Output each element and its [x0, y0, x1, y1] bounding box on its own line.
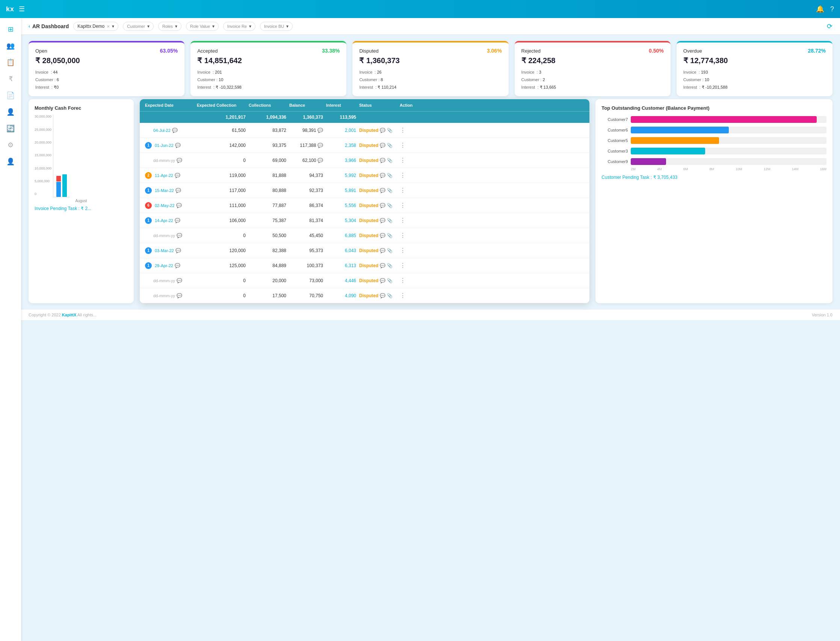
status-chat-icon[interactable]: 💬	[380, 158, 385, 163]
pin-icon[interactable]: 📎	[387, 203, 393, 208]
notification-icon[interactable]: 🔔	[816, 5, 824, 13]
chat-icon[interactable]: 💬	[172, 128, 178, 133]
status-chat-icon[interactable]: 💬	[380, 248, 385, 253]
status-chat-icon[interactable]: 💬	[380, 173, 385, 178]
action-menu-button[interactable]: ⋮	[400, 292, 406, 299]
action-menu-button[interactable]: ⋮	[400, 202, 406, 209]
balance-chat-icon[interactable]: 💬	[317, 143, 323, 148]
sidebar-item-settings[interactable]: ⚙	[4, 138, 17, 152]
pin-icon[interactable]: 📎	[387, 233, 393, 238]
pin-icon[interactable]: 📎	[387, 143, 393, 148]
filter-company-x[interactable]: ✕	[107, 24, 110, 29]
chat-icon[interactable]: 💬	[175, 188, 181, 193]
table-row[interactable]: dd-mmm-yy 💬 0 20,000 73,000 4,446 Disput…	[140, 273, 589, 288]
kpi-card-open[interactable]: Open 63.05% ₹ 28,050,000 Invoice : 44 Cu…	[29, 41, 185, 96]
table-row[interactable]: 1 01-Jun-22 💬 142,000 93,375 117,388 💬 2…	[140, 138, 589, 153]
kpi-card-overdue[interactable]: Overdue 28.72% ₹ 12,774,380 Invoice : 19…	[677, 41, 832, 96]
pin-icon[interactable]: 📎	[387, 158, 393, 163]
balance-chat-icon[interactable]: 💬	[317, 158, 323, 163]
status-chat-icon[interactable]: 💬	[380, 143, 385, 148]
table-row[interactable]: dd-mmm-yy 💬 0 17,500 70,750 4,090 Disput…	[140, 288, 589, 303]
chat-icon[interactable]: 💬	[177, 233, 182, 238]
chat-icon[interactable]: 💬	[175, 218, 180, 223]
pin-icon[interactable]: 📎	[387, 188, 393, 193]
status-chat-icon[interactable]: 💬	[380, 128, 385, 133]
table-row[interactable]: 2 11-Apr-22 💬 119,000 81,888 94,373 5,99…	[140, 168, 589, 183]
sidebar-item-users[interactable]: 👥	[4, 39, 17, 53]
pin-icon[interactable]: 📎	[387, 263, 393, 268]
action-menu-button[interactable]: ⋮	[400, 262, 406, 269]
sidebar-item-documents[interactable]: 📄	[4, 89, 17, 102]
help-icon[interactable]: ?	[830, 5, 834, 13]
app-logo: kx	[6, 5, 14, 13]
hamburger-menu[interactable]: ☰	[19, 5, 25, 13]
kpi-card-disputed[interactable]: Disputed 3.06% ₹ 1,360,373 Invoice : 26 …	[352, 41, 508, 96]
action-menu-button[interactable]: ⋮	[400, 142, 406, 149]
chat-icon[interactable]: 💬	[177, 293, 182, 298]
chat-icon[interactable]: 💬	[177, 278, 182, 283]
table-row[interactable]: dd-mmm-yy 💬 0 69,000 62,100 💬 3,966 Disp…	[140, 153, 589, 168]
cell-balance: 45,450	[289, 233, 323, 238]
kpi-card-rejected[interactable]: Rejected 0.50% ₹ 224,258 Invoice : 3 Cus…	[515, 41, 671, 96]
filter-roles-arrow[interactable]: ▾	[175, 24, 177, 29]
filter-company-arrow[interactable]: ▾	[112, 24, 114, 29]
pin-icon[interactable]: 📎	[387, 248, 393, 253]
pin-icon[interactable]: 📎	[387, 293, 393, 298]
table-row[interactable]: 6 02-May-22 💬 111,000 77,887 86,374 5,55…	[140, 198, 589, 213]
chat-icon[interactable]: 💬	[177, 158, 182, 163]
sidebar-item-profile[interactable]: 👤	[4, 155, 17, 168]
customer-pending-task[interactable]: Customer Pending Task : ₹ 3,705,433	[602, 175, 827, 180]
action-menu-button[interactable]: ⋮	[400, 157, 406, 164]
sidebar-item-invoices[interactable]: 📋	[4, 56, 17, 69]
pin-icon[interactable]: 📎	[387, 218, 393, 223]
pin-icon[interactable]: 📎	[387, 128, 393, 133]
chat-icon[interactable]: 💬	[175, 143, 181, 148]
action-menu-button[interactable]: ⋮	[400, 172, 406, 179]
filter-role-value[interactable]: Role Value ▾	[186, 22, 219, 31]
filter-invoice-re[interactable]: Invoice Re ▾	[223, 22, 256, 31]
chat-icon[interactable]: 💬	[175, 248, 181, 253]
kpi-card-accepted[interactable]: Accepted 33.38% ₹ 14,851,642 Invoice : 2…	[190, 41, 346, 96]
status-chat-icon[interactable]: 💬	[380, 233, 385, 238]
action-menu-button[interactable]: ⋮	[400, 232, 406, 239]
action-menu-button[interactable]: ⋮	[400, 217, 406, 224]
status-chat-icon[interactable]: 💬	[380, 278, 385, 283]
sidebar-item-history[interactable]: 🔄	[4, 122, 17, 135]
chat-icon[interactable]: 💬	[175, 173, 180, 178]
table-row[interactable]: 1 29-Apr-22 💬 125,000 84,889 100,373 6,3…	[140, 258, 589, 273]
pin-icon[interactable]: 📎	[387, 278, 393, 283]
table-row[interactable]: 1 15-Mar-22 💬 117,000 80,888 92,373 5,89…	[140, 183, 589, 198]
filter-customer[interactable]: Customer ▾	[123, 22, 154, 31]
refresh-button[interactable]: ⟳	[827, 22, 832, 31]
back-arrow-icon[interactable]: ‹	[29, 24, 30, 29]
filter-customer-arrow[interactable]: ▾	[147, 24, 150, 29]
chat-icon[interactable]: 💬	[175, 263, 180, 268]
action-menu-button[interactable]: ⋮	[400, 127, 406, 134]
table-row[interactable]: dd-mmm-yy 💬 0 50,500 45,450 6,885 Disput…	[140, 228, 589, 243]
pin-icon[interactable]: 📎	[387, 173, 393, 178]
status-chat-icon[interactable]: 💬	[380, 203, 385, 208]
action-menu-button[interactable]: ⋮	[400, 277, 406, 284]
chat-icon[interactable]: 💬	[176, 203, 182, 208]
action-menu-button[interactable]: ⋮	[400, 247, 406, 254]
table-row[interactable]: 04-Jul-22 💬 61,500 83,872 98,391 💬 2,001…	[140, 123, 589, 138]
status-chat-icon[interactable]: 💬	[380, 293, 385, 298]
filter-role-value-arrow[interactable]: ▾	[212, 24, 214, 29]
filter-invoice-re-arrow[interactable]: ▾	[249, 24, 251, 29]
status-chat-icon[interactable]: 💬	[380, 263, 385, 268]
status-chat-icon[interactable]: 💬	[380, 188, 385, 193]
sidebar-item-contacts[interactable]: 👤	[4, 105, 17, 119]
invoice-pending-task[interactable]: Invoice Pending Task : ₹ 2...	[35, 206, 128, 211]
filter-roles[interactable]: Roles ▾	[158, 22, 182, 31]
filter-invoice-bu-arrow[interactable]: ▾	[286, 24, 288, 29]
sidebar-item-dashboard[interactable]: ⊞	[4, 23, 17, 36]
status-chat-icon[interactable]: 💬	[380, 218, 385, 223]
action-menu-button[interactable]: ⋮	[400, 187, 406, 194]
filter-invoice-bu[interactable]: Invoice BU ▾	[260, 22, 293, 31]
filter-company[interactable]: Kapittx Demo ✕ ▾	[73, 22, 118, 31]
sidebar-item-currency[interactable]: ₹	[4, 72, 17, 86]
table-row[interactable]: 1 14-Apr-22 💬 106,000 75,387 81,374 5,30…	[140, 213, 589, 228]
cell-balance: 95,373	[289, 248, 323, 253]
table-row[interactable]: 1 03-Mar-22 💬 120,000 82,388 95,373 6,04…	[140, 243, 589, 258]
balance-chat-icon[interactable]: 💬	[317, 128, 323, 133]
